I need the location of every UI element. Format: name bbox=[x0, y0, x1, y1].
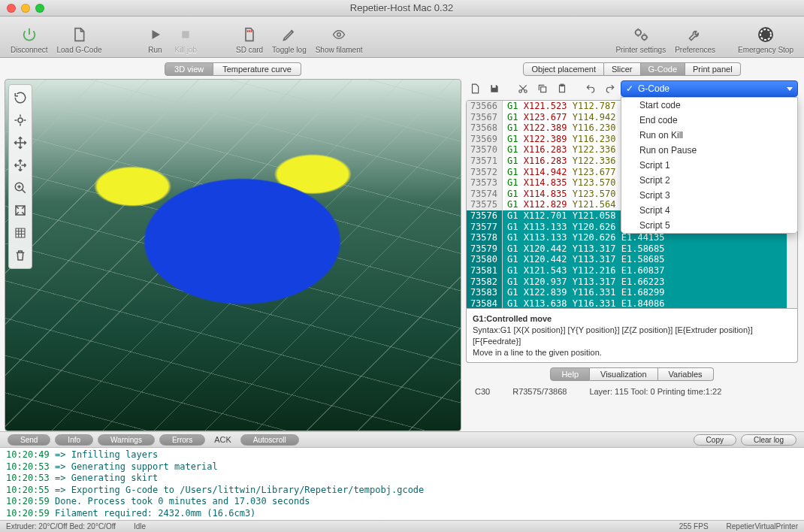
stop-icon bbox=[175, 24, 196, 45]
log-line: 10:20:49 => Infilling layers bbox=[6, 449, 798, 461]
3d-viewport[interactable] bbox=[5, 79, 461, 431]
undo-icon[interactable] bbox=[582, 80, 600, 97]
fit-icon[interactable] bbox=[9, 199, 32, 222]
save-icon[interactable] bbox=[485, 80, 503, 97]
gcode-line[interactable]: 73581G1 X121.543 Y112.216 E1.60837 bbox=[467, 265, 797, 277]
gcode-line[interactable]: 73579G1 X120.442 Y113.317 E1.58685 bbox=[467, 243, 797, 255]
run-label: Run bbox=[148, 46, 162, 54]
redo-icon[interactable] bbox=[601, 80, 619, 97]
autoscroll-button[interactable]: Autoscroll bbox=[240, 434, 299, 446]
gcode-help-panel: G1:Controlled move Syntax:G1 [X{X positi… bbox=[466, 309, 798, 363]
rotate-icon[interactable] bbox=[9, 86, 32, 109]
tab-help[interactable]: Help bbox=[550, 367, 590, 381]
tab-gcode[interactable]: G-Code bbox=[641, 62, 686, 76]
toggle-log-label: Toggle log bbox=[272, 46, 307, 54]
kill-job-label: Kill job bbox=[175, 46, 197, 54]
dropdown-option[interactable]: Run on Pause bbox=[621, 143, 797, 158]
toggle-log-button[interactable]: Toggle log bbox=[267, 24, 311, 54]
trash-icon[interactable] bbox=[9, 244, 32, 267]
help-description: Move in a line to the given position. bbox=[473, 348, 602, 357]
fps-counter: 255 FPS bbox=[679, 522, 709, 530]
rotate-view-icon[interactable] bbox=[9, 109, 32, 131]
titlebar: Repetier-Host Mac 0.32 bbox=[0, 0, 804, 17]
pan-icon[interactable] bbox=[9, 154, 32, 177]
gcode-line[interactable]: 73584G1 X113.638 Y116.331 E1.84086 bbox=[467, 298, 797, 309]
tab-slicer[interactable]: Slicer bbox=[604, 62, 641, 76]
log-output[interactable]: 10:20:49 => Infilling layers10:20:53 => … bbox=[0, 448, 804, 520]
ack-label: ACK bbox=[210, 435, 236, 444]
emergency-stop-label: Emergency Stop bbox=[738, 46, 793, 54]
preferences-button[interactable]: Preferences bbox=[670, 24, 720, 54]
log-line: 10:20:53 => Generating skirt bbox=[6, 473, 798, 485]
kill-job-button: Kill job bbox=[171, 24, 201, 54]
footer-status-bar: Extruder: 20°C/Off Bed: 20°C/Off Idle 25… bbox=[0, 520, 804, 532]
tab-object-placement[interactable]: Object placement bbox=[523, 62, 604, 76]
model-preview bbox=[47, 95, 438, 401]
extruder-status: Extruder: 20°C/Off Bed: 20°C/Off bbox=[6, 522, 116, 530]
gcode-line[interactable]: 73582G1 X120.937 Y113.317 E1.66223 bbox=[467, 277, 797, 288]
gcode-line[interactable]: 73583G1 X122.839 Y116.331 E1.68299 bbox=[467, 287, 797, 298]
tab-visualization[interactable]: Visualization bbox=[590, 367, 658, 381]
grid-icon[interactable] bbox=[9, 222, 32, 244]
window-controls[interactable] bbox=[0, 4, 44, 13]
tab-temperature-curve[interactable]: Temperature curve bbox=[213, 62, 301, 76]
dropdown-option[interactable]: Start code bbox=[621, 98, 797, 113]
help-syntax: Syntax:G1 [X{X position}] [Y{Y position}… bbox=[473, 325, 753, 346]
dropdown-option[interactable]: End code bbox=[621, 113, 797, 128]
tab-3d-view[interactable]: 3D view bbox=[165, 62, 213, 76]
sd-card-button[interactable]: SD card bbox=[231, 24, 267, 54]
disconnect-button[interactable]: Disconnect bbox=[6, 24, 52, 54]
gcode-script-dropdown[interactable]: G-Code bbox=[621, 80, 798, 97]
log-line: 10:20:53 => Generating support material bbox=[6, 461, 798, 473]
window-title: Repetier-Host Mac 0.32 bbox=[44, 2, 759, 14]
info-filter-button[interactable]: Info bbox=[55, 434, 93, 446]
close-icon[interactable] bbox=[7, 4, 16, 13]
dropdown-option[interactable]: Script 5 bbox=[621, 218, 797, 233]
printer-name: RepetierVirtualPrinter bbox=[727, 522, 798, 530]
show-filament-label: Show filament bbox=[316, 46, 363, 54]
gcode-line[interactable]: 73580G1 X120.442 Y113.317 E1.58685 bbox=[467, 254, 797, 265]
svg-point-6 bbox=[18, 118, 23, 122]
clear-log-button[interactable]: Clear log bbox=[741, 434, 796, 446]
document-icon bbox=[68, 24, 89, 45]
gears-icon bbox=[630, 24, 651, 45]
run-button[interactable]: Run bbox=[141, 24, 171, 54]
load-gcode-button[interactable]: Load G-Code bbox=[52, 24, 106, 54]
dropdown-option[interactable]: Run on Kill bbox=[621, 128, 797, 143]
zoom-in-icon[interactable] bbox=[9, 177, 32, 199]
preferences-label: Preferences bbox=[675, 46, 715, 54]
log-line: 10:20:59 Filament required: 2432.0mm (16… bbox=[6, 508, 798, 520]
viewport-toolbar bbox=[8, 84, 32, 269]
dropdown-option[interactable]: Script 3 bbox=[621, 188, 797, 203]
zoom-icon[interactable] bbox=[35, 4, 44, 13]
svg-rect-0 bbox=[183, 31, 189, 38]
warnings-filter-button[interactable]: Warnings bbox=[98, 434, 155, 446]
send-filter-button[interactable]: Send bbox=[8, 434, 50, 446]
copy-log-button[interactable]: Copy bbox=[694, 434, 736, 446]
new-file-icon[interactable] bbox=[466, 80, 484, 97]
help-panel-tabs: Help Visualization Variables bbox=[466, 367, 798, 381]
gcode-line[interactable]: 73578G1 X113.133 Y120.626 E1.44135 bbox=[467, 232, 797, 243]
show-filament-button[interactable]: Show filament bbox=[311, 24, 367, 54]
eye-icon bbox=[328, 24, 349, 45]
printer-settings-button[interactable]: Printer settings bbox=[611, 24, 670, 54]
dropdown-option[interactable]: Script 1 bbox=[621, 158, 797, 173]
dropdown-option[interactable]: Script 4 bbox=[621, 203, 797, 218]
cursor-column: C30 bbox=[475, 387, 490, 396]
tab-print-panel[interactable]: Print panel bbox=[685, 62, 741, 76]
cut-icon[interactable] bbox=[514, 80, 532, 97]
minimize-icon[interactable] bbox=[21, 4, 30, 13]
dropdown-option[interactable]: Script 2 bbox=[621, 173, 797, 188]
layer-info: Layer: 115 Tool: 0 Printing time:1:22 bbox=[589, 387, 721, 396]
svg-point-1 bbox=[337, 33, 341, 37]
move-icon[interactable] bbox=[9, 131, 32, 154]
wrench-icon bbox=[685, 24, 706, 45]
paste-icon[interactable] bbox=[553, 80, 571, 97]
errors-filter-button[interactable]: Errors bbox=[159, 434, 205, 446]
emergency-stop-button[interactable]: Emergency Stop bbox=[733, 24, 798, 54]
copy-icon[interactable] bbox=[533, 80, 552, 97]
tab-variables[interactable]: Variables bbox=[658, 367, 714, 381]
printer-settings-label: Printer settings bbox=[615, 46, 666, 54]
view-mode-tabs: 3D view Temperature curve bbox=[5, 62, 461, 76]
play-icon bbox=[145, 24, 166, 45]
